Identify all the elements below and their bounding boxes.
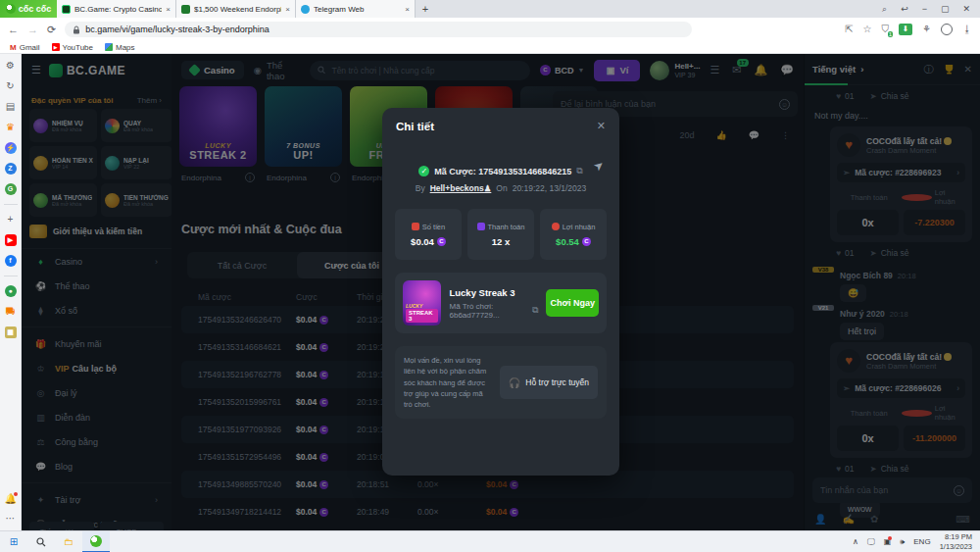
- coin-icon: [582, 237, 591, 246]
- update-tray-icon[interactable]: ▣: [884, 537, 892, 546]
- close-window-button[interactable]: ✕: [962, 4, 970, 14]
- taskbar-search-icon[interactable]: [27, 531, 55, 552]
- bet-datetime: 20:19:22, 13/1/2023: [513, 183, 587, 193]
- facebook-shortcut-icon[interactable]: f: [5, 255, 17, 267]
- tab-title: $1,500 Weekend Endorphina: [194, 5, 281, 14]
- bookmark-label: Gmail: [20, 43, 40, 52]
- tab-bcgame[interactable]: BC.Game: Crypto Casino Gan ×: [57, 0, 176, 18]
- cart-icon[interactable]: ⛟: [5, 306, 17, 318]
- tray-expand-icon[interactable]: ∧: [853, 537, 858, 546]
- support-note: Mọi vấn đề, xin vui lòng liên hệ với bộ …: [404, 355, 492, 410]
- profile-icon[interactable]: [941, 24, 953, 35]
- screen: cốc cốc BC.Game: Crypto Casino Gan × $1,…: [0, 0, 980, 552]
- maximize-button[interactable]: ▢: [941, 4, 950, 14]
- image-shortcut-icon[interactable]: ▦: [5, 326, 17, 338]
- url-text: bc.game/vi/game/lucky-streak-3-by-endorp…: [85, 25, 270, 34]
- clock-time: 8:19 PM: [940, 532, 972, 542]
- bet-author-link[interactable]: Hell+beckons♟: [430, 183, 492, 193]
- reload-button[interactable]: ⟳: [47, 24, 56, 36]
- volume-icon[interactable]: 🕪: [900, 537, 905, 547]
- clock-date: 1/13/2023: [940, 542, 972, 552]
- language-indicator[interactable]: ENG: [913, 537, 930, 546]
- bookmark-star-icon[interactable]: ☆: [863, 25, 872, 34]
- downloads-tray-icon[interactable]: ⭳: [962, 25, 972, 34]
- tab-close-icon[interactable]: ×: [166, 5, 171, 14]
- tab-close-icon[interactable]: ×: [405, 5, 410, 14]
- browser-tab-bar: cốc cốc BC.Game: Crypto Casino Gan × $1,…: [0, 0, 980, 18]
- back-button[interactable]: ←: [8, 24, 19, 35]
- tray-alert-dot: [888, 536, 892, 540]
- browser-toolbar: ← → ⟳ bc.game/vi/game/lucky-streak-3-by-…: [0, 18, 980, 41]
- share-icon[interactable]: ⇱: [845, 25, 853, 34]
- youtube-shortcut-icon[interactable]: ▶: [5, 234, 17, 246]
- history-icon[interactable]: ↻: [5, 80, 17, 92]
- maps-icon: [105, 43, 113, 51]
- bookmark-gmail[interactable]: M Gmail: [10, 43, 40, 52]
- new-tab-button[interactable]: +: [416, 0, 435, 18]
- stat-payout: Thanh toán 12 x: [467, 209, 534, 260]
- taskbar-clock[interactable]: 8:19 PM 1/13/2023: [940, 532, 972, 552]
- tab-search-icon[interactable]: ⌕: [882, 4, 887, 15]
- game-code: Mã Trò chơi: 6b6ad77729...: [449, 302, 528, 320]
- more-options-icon[interactable]: ⋯: [5, 513, 17, 525]
- youtube-icon: ▶: [52, 43, 60, 51]
- tab-title: Telegram Web: [314, 5, 401, 14]
- address-bar[interactable]: bc.game/vi/game/lucky-streak-3-by-endorp…: [65, 22, 692, 37]
- live-support-button[interactable]: 🎧 Hỗ trợ trực tuyến: [500, 366, 598, 399]
- tab-close-icon[interactable]: ×: [285, 5, 290, 14]
- display-tray-icon[interactable]: 🖵: [867, 537, 875, 547]
- game-row: LUCKY STREAK 3 Lucky Streak 3 Mã Trò chơ…: [395, 273, 607, 333]
- gmail-icon: M: [10, 43, 17, 52]
- copy-icon[interactable]: ⧉: [532, 305, 538, 316]
- padlock-icon: [73, 25, 80, 34]
- bcgame-page: ☰ BC.GAME Đặc quyền VIP của tôi Thêm › N…: [22, 54, 980, 530]
- bet-id-line: ✓ Mã Cược: 1754913531466846215 ⧉: [382, 166, 619, 176]
- start-button[interactable]: ⊞: [0, 531, 27, 552]
- extensions-icon[interactable]: ⚘: [922, 25, 931, 34]
- add-shortcut-icon[interactable]: +: [5, 214, 17, 226]
- forward-button[interactable]: →: [27, 24, 38, 35]
- coccoc-brand-label: cốc cốc: [19, 4, 52, 14]
- check-circle-icon: ✓: [418, 166, 429, 176]
- file-explorer-icon[interactable]: 🗀: [55, 531, 82, 552]
- game-title: Lucky Streak 3: [449, 287, 538, 298]
- messenger-icon[interactable]: ⚡: [5, 142, 17, 154]
- play-now-button[interactable]: Chơi Ngay: [546, 289, 599, 317]
- notification-bell-icon[interactable]: 🔔: [5, 493, 17, 505]
- amount-icon: [412, 223, 419, 230]
- shop-shortcut-icon[interactable]: ●: [5, 285, 17, 297]
- close-modal-icon[interactable]: ✕: [597, 120, 606, 132]
- payout-icon: [477, 223, 485, 230]
- telegram-favicon: [301, 5, 310, 14]
- divider: [4, 276, 18, 276]
- tab-telegram[interactable]: Telegram Web ×: [296, 0, 416, 18]
- game-thumbnail[interactable]: LUCKY STREAK 3: [403, 280, 441, 326]
- on-label: On: [496, 183, 507, 193]
- download-manager-icon[interactable]: ⬇: [899, 24, 912, 35]
- notification-dot: [14, 492, 18, 496]
- news-feed-icon[interactable]: ▤: [5, 101, 17, 113]
- taskbar-coccoc-icon[interactable]: [82, 531, 110, 552]
- recent-tabs-icon[interactable]: ↩: [901, 4, 908, 14]
- endorphina-favicon: [181, 5, 190, 14]
- zalo-icon[interactable]: Z: [5, 163, 17, 175]
- coccoc-side-rail: ⚙ ↻ ▤ ♛ ⚡ Z G + ▶ f ● ⛟ ▦ 🔔 ⋯: [0, 54, 22, 530]
- tab-endorphina[interactable]: $1,500 Weekend Endorphina ×: [176, 0, 296, 18]
- bookmark-maps[interactable]: Maps: [105, 43, 135, 52]
- shield-badge: 1: [888, 31, 893, 37]
- bet-author-line: By Hell+beckons♟ On 20:19:22, 13/1/2023: [382, 183, 619, 193]
- stat-amount: Số tiền $0.04: [395, 209, 462, 260]
- games-icon[interactable]: G: [5, 183, 17, 195]
- shield-icon[interactable]: ⛉1: [882, 25, 890, 34]
- bookmarks-bar: M Gmail ▶ YouTube Maps: [0, 41, 980, 54]
- by-label: By: [416, 183, 425, 193]
- crown-icon[interactable]: ♛: [5, 122, 17, 133]
- minimize-button[interactable]: −: [922, 4, 927, 14]
- bet-stats: Số tiền $0.04 Thanh toán 12 x Lợi nhuận …: [395, 209, 607, 260]
- bcgame-favicon: [62, 5, 71, 14]
- windows-taskbar: ⊞ 🗀 ∧ 🖵 ▣ 🕪 ENG 8:19 PM 1/13/2023: [0, 530, 980, 552]
- settings-gear-icon[interactable]: ⚙: [5, 60, 17, 72]
- tab-title: BC.Game: Crypto Casino Gan: [74, 5, 162, 14]
- bookmark-youtube[interactable]: ▶ YouTube: [52, 43, 93, 52]
- copy-icon[interactable]: ⧉: [576, 166, 582, 176]
